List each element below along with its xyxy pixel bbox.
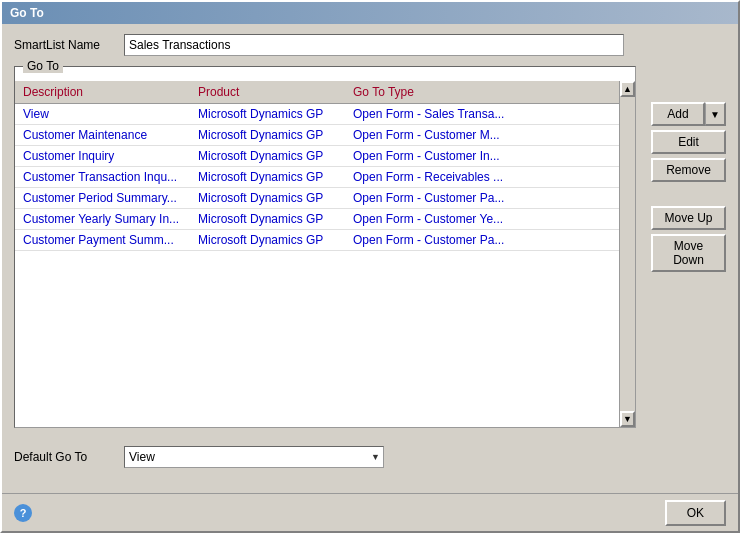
- cell-product-2: Microsoft Dynamics GP: [190, 147, 345, 165]
- cell-description-4: Customer Period Summary...: [15, 189, 190, 207]
- window: Go To SmartList Name Sales Transactions …: [0, 0, 740, 533]
- buttons-panel: Add ▼ Edit Remove Move Up Move Down: [651, 102, 726, 272]
- default-goto-wrapper: View Customer Maintenance Customer Inqui…: [124, 446, 384, 468]
- add-button[interactable]: Add: [651, 102, 705, 126]
- cell-goto-type-3: Open Form - Receivables ...: [345, 168, 520, 186]
- cell-description-3: Customer Transaction Inqu...: [15, 168, 190, 186]
- table-body: View Microsoft Dynamics GP Open Form - S…: [15, 104, 635, 251]
- table-row[interactable]: Customer Inquiry Microsoft Dynamics GP O…: [15, 146, 635, 167]
- table-row[interactable]: Customer Maintenance Microsoft Dynamics …: [15, 125, 635, 146]
- cell-product-0: Microsoft Dynamics GP: [190, 105, 345, 123]
- cell-product-1: Microsoft Dynamics GP: [190, 126, 345, 144]
- table-row[interactable]: Customer Period Summary... Microsoft Dyn…: [15, 188, 635, 209]
- cell-goto-type-5: Open Form - Customer Ye...: [345, 210, 520, 228]
- cell-goto-type-6: Open Form - Customer Pa...: [345, 231, 520, 249]
- smartlist-label: SmartList Name: [14, 38, 124, 52]
- remove-button[interactable]: Remove: [651, 158, 726, 182]
- cell-description-5: Customer Yearly Sumary In...: [15, 210, 190, 228]
- col-header-product: Product: [194, 83, 349, 101]
- cell-goto-type-4: Open Form - Customer Pa...: [345, 189, 520, 207]
- default-goto-select[interactable]: View Customer Maintenance Customer Inqui…: [124, 446, 384, 468]
- cell-goto-type-2: Open Form - Customer In...: [345, 147, 520, 165]
- cell-product-4: Microsoft Dynamics GP: [190, 189, 345, 207]
- scroll-down-button[interactable]: ▼: [620, 411, 635, 427]
- add-button-container: Add ▼: [651, 102, 726, 126]
- cell-product-3: Microsoft Dynamics GP: [190, 168, 345, 186]
- table-row[interactable]: Customer Yearly Sumary In... Microsoft D…: [15, 209, 635, 230]
- goto-group-title: Go To: [23, 59, 63, 73]
- move-up-button[interactable]: Move Up: [651, 206, 726, 230]
- table-header: Description Product Go To Type: [15, 81, 635, 104]
- title-bar: Go To: [2, 2, 738, 24]
- add-dropdown-arrow[interactable]: ▼: [705, 102, 726, 126]
- col-header-goto-type: Go To Type: [349, 83, 524, 101]
- cell-description-0: View: [15, 105, 190, 123]
- cell-goto-type-0: Open Form - Sales Transa...: [345, 105, 520, 123]
- ok-button[interactable]: OK: [665, 500, 726, 526]
- scrollbar[interactable]: ▲ ▼: [619, 81, 635, 427]
- cell-description-1: Customer Maintenance: [15, 126, 190, 144]
- col-header-description: Description: [19, 83, 194, 101]
- smartlist-value: Sales Transactions: [124, 34, 624, 56]
- default-goto-row: Default Go To View Customer Maintenance …: [14, 438, 636, 476]
- cell-description-2: Customer Inquiry: [15, 147, 190, 165]
- table-row[interactable]: View Microsoft Dynamics GP Open Form - S…: [15, 104, 635, 125]
- table-row[interactable]: Customer Payment Summ... Microsoft Dynam…: [15, 230, 635, 251]
- edit-button[interactable]: Edit: [651, 130, 726, 154]
- cell-product-6: Microsoft Dynamics GP: [190, 231, 345, 249]
- move-down-button[interactable]: Move Down: [651, 234, 726, 272]
- goto-group: Go To Description Product Go To Type Vie…: [14, 66, 636, 428]
- cell-goto-type-1: Open Form - Customer M...: [345, 126, 520, 144]
- table-row[interactable]: Customer Transaction Inqu... Microsoft D…: [15, 167, 635, 188]
- footer: ? OK: [2, 493, 738, 531]
- cell-product-5: Microsoft Dynamics GP: [190, 210, 345, 228]
- smartlist-row: SmartList Name Sales Transactions: [14, 34, 726, 56]
- default-goto-label: Default Go To: [14, 450, 124, 464]
- cell-description-6: Customer Payment Summ...: [15, 231, 190, 249]
- scroll-up-button[interactable]: ▲: [620, 81, 635, 97]
- window-title: Go To: [10, 6, 44, 20]
- help-icon[interactable]: ?: [14, 504, 32, 522]
